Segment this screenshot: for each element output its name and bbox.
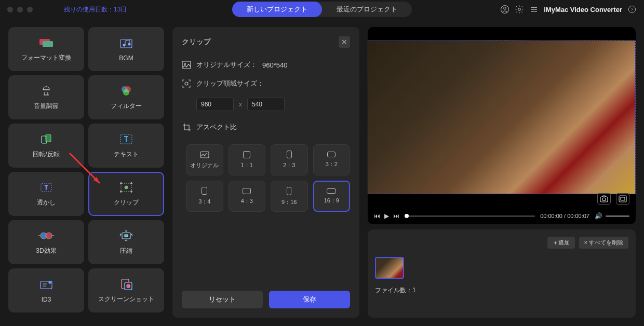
save-button[interactable]: 保存 <box>269 291 350 308</box>
right-panel: ⏮ ▶ ⏭ 00:00:00 / 00:00:07 🔊 ＋追加 × すべてを削除 <box>368 27 636 318</box>
svg-rect-21 <box>46 134 51 142</box>
tool-label: テキスト <box>114 150 139 159</box>
svg-rect-52 <box>619 196 626 202</box>
tool-label: フィルター <box>111 102 142 111</box>
format-convert-icon <box>38 36 54 49</box>
thumbnail-row <box>375 257 628 279</box>
fullscreen-icon[interactable] <box>616 193 629 205</box>
filter-icon <box>118 84 134 98</box>
aspect-label: オリジナル <box>190 161 219 169</box>
screenshot-icon <box>118 277 134 291</box>
delete-all-button[interactable]: × すべてを削除 <box>579 237 628 249</box>
play-button[interactable]: ▶ <box>384 212 389 220</box>
add-file-button[interactable]: ＋追加 <box>547 237 575 249</box>
preview-video[interactable] <box>368 27 636 208</box>
tool-id3[interactable]: ID3 <box>8 268 84 313</box>
aspect-shape-icon <box>243 188 251 194</box>
aspect-shape-icon <box>327 188 336 194</box>
svg-rect-8 <box>43 41 53 47</box>
compress-icon <box>118 229 134 242</box>
volume-slider[interactable] <box>606 215 629 217</box>
text-icon <box>118 132 134 146</box>
clip-panel: クリップ ✕ オリジナルサイズ： 960*540 クリップ領域サイズ： x アス… <box>172 27 359 318</box>
aspect-2-3[interactable]: 2：3 <box>271 144 308 175</box>
trial-days-text: 残りの使用日数：13日 <box>64 5 127 14</box>
original-size-value: 960*540 <box>262 61 287 69</box>
svg-point-31 <box>120 191 122 193</box>
svg-point-29 <box>120 183 122 184</box>
watermark-icon: T <box>38 181 54 194</box>
prev-button[interactable]: ⏮ <box>374 212 380 220</box>
aspect-16-9[interactable]: 16：9 <box>313 181 351 212</box>
aspect-label: 3：4 <box>198 198 210 206</box>
window-controls <box>7 7 33 12</box>
svg-point-10 <box>123 44 125 46</box>
reset-button[interactable]: リセット <box>182 291 263 308</box>
aspect-1-1[interactable]: 1：1 <box>229 144 266 175</box>
tab-new-project[interactable]: 新しいプロジェクト <box>232 2 322 17</box>
next-button[interactable]: ⏭ <box>393 212 399 220</box>
svg-point-2 <box>518 8 521 11</box>
menu-icon[interactable] <box>529 5 539 14</box>
tool-text[interactable]: テキスト <box>88 124 164 168</box>
aspect-label: 4：3 <box>241 197 253 205</box>
svg-rect-38 <box>125 235 128 237</box>
aspect-3-4[interactable]: 3：4 <box>186 181 223 212</box>
seek-bar[interactable] <box>405 215 535 217</box>
tool-filter[interactable]: フィルター <box>88 75 164 119</box>
image-icon <box>182 60 191 70</box>
aspect-shape-icon <box>202 187 207 195</box>
clip-height-input[interactable] <box>247 98 285 111</box>
aspect-label: 9：16 <box>281 198 297 206</box>
project-tabs: 新しいプロジェクト 最近のプロジェクト <box>232 2 412 17</box>
crop-icon <box>182 123 191 132</box>
tool-label: 音量調節 <box>34 102 59 111</box>
aspect-9-16[interactable]: 9：16 <box>271 181 308 212</box>
aspect-shape-icon <box>200 151 209 158</box>
aspect-label: 16：9 <box>324 197 339 205</box>
aspect-original[interactable]: オリジナル <box>186 144 223 175</box>
account-icon[interactable] <box>500 5 509 14</box>
file-count: ファイル数：1 <box>375 286 628 295</box>
volume-icon[interactable]: 🔊 <box>595 212 602 220</box>
minimize-window-button[interactable] <box>17 7 23 12</box>
tool-label: ID3 <box>42 296 51 303</box>
maximize-window-button[interactable] <box>27 7 33 12</box>
tool-compress[interactable]: 圧縮 <box>88 220 164 264</box>
bgm-icon <box>118 37 134 50</box>
tab-recent-project[interactable]: 最近のプロジェクト <box>322 2 412 17</box>
video-frame[interactable] <box>368 40 636 194</box>
tool-volume-adjust[interactable]: 音量調節 <box>8 75 84 119</box>
tool-rotate-flip[interactable]: 回転/反転 <box>8 124 84 168</box>
tool-bgm[interactable]: BGM <box>88 27 164 71</box>
tool-label: 回転/反転 <box>33 150 59 159</box>
clip-width-input[interactable] <box>196 98 234 111</box>
expand-icon[interactable] <box>627 5 637 14</box>
aspect-shape-icon <box>287 151 292 158</box>
app-name: iMyMac Video Converter <box>544 6 622 13</box>
svg-point-28 <box>125 186 128 189</box>
tool-screenshot[interactable]: スクリーンショット <box>88 268 164 313</box>
svg-point-48 <box>185 82 188 85</box>
close-panel-button[interactable]: ✕ <box>339 36 350 48</box>
svg-point-32 <box>131 191 132 193</box>
tool-label: クリップ <box>114 198 139 207</box>
svg-rect-49 <box>200 152 209 158</box>
close-window-button[interactable] <box>7 7 13 12</box>
tool-clip[interactable]: クリップ <box>88 172 164 216</box>
aspect-4-3[interactable]: 4：3 <box>229 181 266 212</box>
aspect-shape-icon <box>327 152 336 157</box>
tool-3d-effect[interactable]: 3D効果 <box>8 220 84 264</box>
tool-watermark[interactable]: T 透かし <box>8 172 84 216</box>
file-thumbnail[interactable] <box>375 257 404 279</box>
seek-handle[interactable] <box>405 214 409 218</box>
snapshot-icon[interactable] <box>597 193 611 205</box>
tool-label: BGM <box>119 55 133 62</box>
x-separator: x <box>239 101 242 108</box>
volume-icon <box>38 84 54 98</box>
clip-area-label: クリップ領域サイズ： <box>196 79 264 88</box>
aspect-3-2[interactable]: 3：2 <box>313 144 351 175</box>
tool-format-convert[interactable]: フォーマット変換 <box>8 27 84 71</box>
settings-icon[interactable] <box>515 5 524 14</box>
svg-point-47 <box>184 63 186 65</box>
